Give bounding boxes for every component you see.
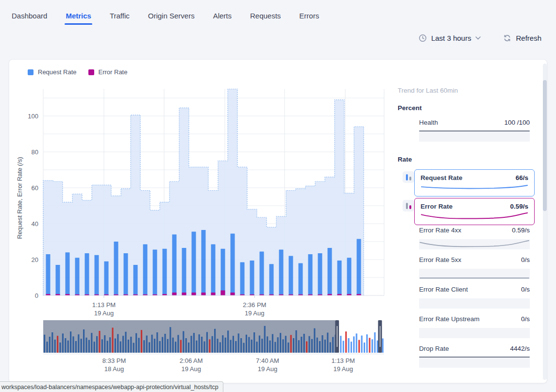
metric-value: 0/s [521,315,530,323]
legend-label: Error Rate [99,68,128,76]
metric-row-error-rate-4xx[interactable]: Error Rate 4xx0.59/s [419,227,530,249]
metric-row-error-rate-client[interactable]: Error Rate Client0/s [419,286,530,309]
trend-sparkline [421,183,528,193]
trend-area [419,131,530,142]
metric-row-health[interactable]: Health100 /100 [419,119,530,142]
tab-alerts[interactable]: Alerts [212,10,233,25]
metric-row-error-rate-5xx[interactable]: Error Rate 5xx0/s [419,256,530,279]
metric-label: Error Rate 5xx [419,256,461,263]
metric-label-line: Error Rate Upstream0/s [419,315,530,323]
section-heading-rate: Rate [398,156,412,163]
metric-value: 0/s [521,256,530,263]
legend-item-request-rate[interactable]: Request Rate [28,68,77,76]
trend-sparkline [419,239,530,249]
tab-dashboard[interactable]: Dashboard [11,10,48,25]
metric-value: 66/s [516,174,528,181]
clock-icon [419,34,427,42]
brush-tick-label: 7:40 AM19 Aug [256,357,279,373]
trend-area [419,269,530,279]
metric-row-drop-rate[interactable]: Drop Rate4442/s [419,345,530,368]
metric-label-line: Drop Rate4442/s [419,345,530,352]
chart-controls: Last 3 hours Refresh [419,34,541,42]
time-range-button[interactable]: Last 3 hours [419,34,481,42]
brush-handle-right[interactable] [378,320,382,353]
panel-scrollbar-thumb[interactable] [543,80,547,211]
top-nav: DashboardMetricsTrafficOrigin ServersAle… [11,10,337,25]
metric-label-line: Error Rate0.59/s [421,203,528,210]
svg-text:Request Rate, Error Rate (/s): Request Rate, Error Rate (/s) [16,157,23,239]
brush-axis-labels: 8:33 PM18 Aug2:06 AM19 Aug7:40 AM19 Aug1… [43,357,384,376]
trend-panel-title: Trend for Last 60min [398,87,458,94]
refresh-icon [503,34,511,42]
legend-swatch-icon [28,69,34,75]
svg-text:0: 0 [35,292,38,299]
trend-area [419,298,530,309]
chevron-down-icon [475,36,481,40]
timeline-brush-chart[interactable] [43,320,384,354]
brush-tick-label: 1:13 PM19 Aug [332,357,355,373]
trend-sparkline [419,269,530,279]
metric-label-line: Error Rate Client0/s [419,286,530,293]
metrics-card: Request RateError Rate 020406080100Reque… [9,59,547,383]
section-heading-percent: Percent [398,104,422,112]
request-error-rate-chart: 020406080100Request Rate, Error Rate (/s… [9,79,398,319]
tab-requests[interactable]: Requests [249,10,282,25]
tab-metrics[interactable]: Metrics [65,10,92,25]
bar-chart-icon [403,171,414,183]
refresh-label: Refresh [516,34,541,42]
svg-text:40: 40 [32,220,38,228]
status-bar-link-preview: workspaces/load-balancers/namespaces/web… [0,381,223,392]
brush-tick-label: 2:06 AM19 Aug [180,357,203,373]
metric-label: Request Rate [421,174,462,181]
metric-label: Error Rate Upstream [419,315,480,323]
chart-legend: Request RateError Rate [28,68,127,76]
metric-label: Health [419,119,438,126]
brush-tick-label: 8:33 PM18 Aug [102,357,126,373]
panel-scrollbar-track[interactable] [543,64,547,380]
trend-panel: Trend for Last 60min PercentHealth100 /1… [394,60,539,384]
svg-text:100: 100 [28,113,38,120]
svg-text:19 Aug: 19 Aug [245,310,265,317]
metric-label: Error Rate 4xx [419,227,461,234]
metric-label: Error Rate Client [419,286,468,293]
metric-value: 0.59/s [512,227,530,234]
time-range-label: Last 3 hours [431,34,472,42]
metric-row-error-rate-upstream[interactable]: Error Rate Upstream0/s [419,315,530,338]
metric-label: Error Rate [421,203,453,210]
metric-value: 100 /100 [504,119,530,126]
tab-errors[interactable]: Errors [298,10,320,25]
legend-item-error-rate[interactable]: Error Rate [88,68,128,76]
refresh-button[interactable]: Refresh [503,34,541,42]
tab-origin-servers[interactable]: Origin Servers [147,10,196,25]
metric-label-line: Error Rate 5xx0/s [419,256,530,263]
status-bar-text: workspaces/load-balancers/namespaces/web… [1,384,219,391]
trend-sparkline [421,212,528,221]
svg-text:80: 80 [32,148,38,156]
trend-area [419,239,530,249]
metric-label: Drop Rate [419,345,449,352]
svg-text:60: 60 [32,184,38,192]
metric-card-request-rate[interactable]: Request Rate66/s [414,169,535,196]
legend-label: Request Rate [38,68,77,76]
svg-text:19 Aug: 19 Aug [94,310,114,317]
svg-text:20: 20 [32,256,38,263]
trend-area [419,358,530,368]
bar-chart-icon [403,200,414,212]
trend-area [419,328,530,338]
svg-text:1:13 PM: 1:13 PM [92,301,116,309]
metric-value: 4442/s [510,345,530,352]
metric-label-line: Health100 /100 [419,119,530,126]
legend-swatch-icon [88,69,94,75]
svg-text:2:36 PM: 2:36 PM [243,301,266,309]
tab-traffic[interactable]: Traffic [109,10,131,25]
metric-value: 0.59/s [510,203,528,210]
metric-card-error-rate[interactable]: Error Rate0.59/s [414,198,535,225]
metric-label-line: Error Rate 4xx0.59/s [419,227,530,234]
metric-value: 0/s [521,286,530,293]
metric-label-line: Request Rate66/s [421,174,528,181]
brush-handle-left[interactable] [335,320,339,353]
